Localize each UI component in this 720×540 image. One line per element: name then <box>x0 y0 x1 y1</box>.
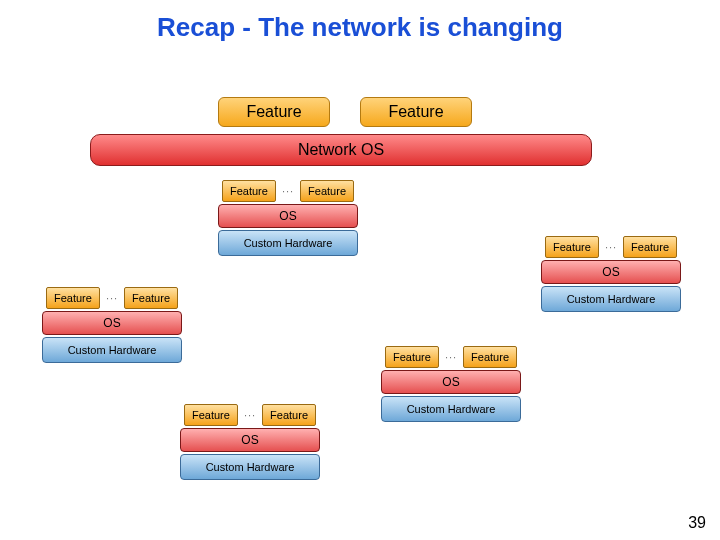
feature-box: Feature <box>463 346 517 368</box>
ellipsis-icon: ··· <box>106 292 118 304</box>
hardware-box: Custom Hardware <box>42 337 182 363</box>
feature-box: Feature <box>262 404 316 426</box>
page-title: Recap - The network is changing <box>0 12 720 43</box>
feature-box: Feature <box>222 180 276 202</box>
device-stack: Feature ··· Feature OS Custom Hardware <box>180 404 320 480</box>
device-stack: Feature ··· Feature OS Custom Hardware <box>541 236 681 312</box>
feature-box: Feature <box>184 404 238 426</box>
top-feature-right: Feature <box>360 97 472 127</box>
ellipsis-icon: ··· <box>445 351 457 363</box>
top-feature-left: Feature <box>218 97 330 127</box>
os-box: OS <box>541 260 681 284</box>
feature-box: Feature <box>124 287 178 309</box>
os-box: OS <box>218 204 358 228</box>
page-number: 39 <box>688 514 706 532</box>
hardware-box: Custom Hardware <box>381 396 521 422</box>
network-os-bar: Network OS <box>90 134 592 166</box>
device-stack: Feature ··· Feature OS Custom Hardware <box>381 346 521 422</box>
hardware-box: Custom Hardware <box>218 230 358 256</box>
hardware-box: Custom Hardware <box>541 286 681 312</box>
os-box: OS <box>180 428 320 452</box>
ellipsis-icon: ··· <box>244 409 256 421</box>
os-box: OS <box>381 370 521 394</box>
device-stack: Feature ··· Feature OS Custom Hardware <box>42 287 182 363</box>
feature-box: Feature <box>300 180 354 202</box>
device-stack: Feature ··· Feature OS Custom Hardware <box>218 180 358 256</box>
ellipsis-icon: ··· <box>605 241 617 253</box>
feature-box: Feature <box>46 287 100 309</box>
ellipsis-icon: ··· <box>282 185 294 197</box>
feature-box: Feature <box>545 236 599 258</box>
feature-box: Feature <box>385 346 439 368</box>
feature-box: Feature <box>623 236 677 258</box>
hardware-box: Custom Hardware <box>180 454 320 480</box>
os-box: OS <box>42 311 182 335</box>
